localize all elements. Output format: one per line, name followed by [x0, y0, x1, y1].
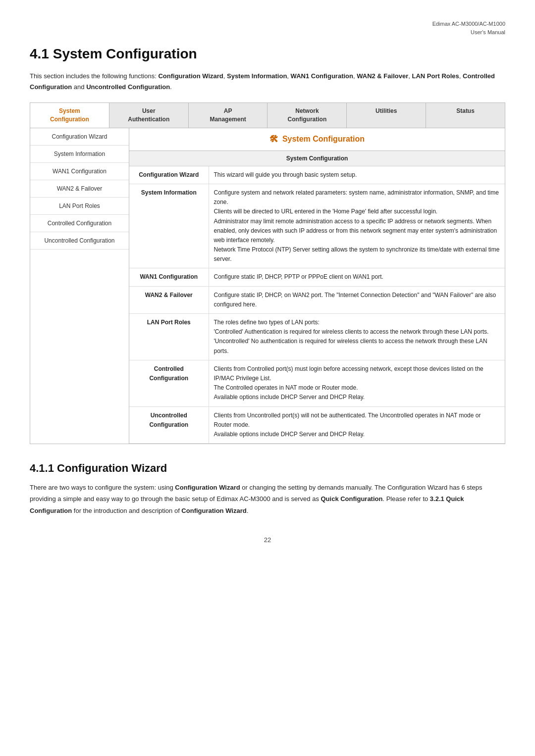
row-label-uncontrolled: UncontrolledConfiguration — [129, 406, 209, 444]
tab-ap-management[interactable]: APManagement — [189, 103, 268, 128]
row-label-config-wizard: Configuration Wizard — [129, 166, 209, 184]
intro-paragraph: This section includes the following func… — [30, 71, 505, 93]
section-411-title: 4.1.1 Configuration Wizard — [30, 462, 505, 475]
table-row: LAN Port Roles The roles define two type… — [129, 314, 505, 360]
sidebar-item-wan2-failover[interactable]: WAN2 & Failover — [30, 180, 129, 198]
system-config-icon: 🛠 — [269, 134, 278, 145]
brand-name: Edimax AC-M3000/AC-M1000 — [432, 21, 505, 27]
info-table: System Configuration Configuration Wizar… — [129, 151, 505, 444]
tab-user-authentication[interactable]: UserAuthentication — [109, 103, 189, 128]
manual-label: User's Manual — [471, 29, 505, 35]
page-title: 4.1 System Configuration — [30, 46, 505, 62]
row-label-wan1: WAN1 Configuration — [129, 268, 209, 286]
row-desc-controlled: Clients from Controlled port(s) must log… — [209, 360, 505, 406]
table-row: WAN1 Configuration Configure static IP, … — [129, 268, 505, 286]
document-header: Edimax AC-M3000/AC-M1000 User's Manual — [30, 20, 505, 36]
main-content-area: Configuration Wizard System Information … — [30, 128, 505, 444]
nav-tabs: SystemConfiguration UserAuthentication A… — [30, 102, 505, 128]
row-desc-config-wizard: This wizard will guide you through basic… — [209, 166, 505, 184]
sidebar-item-wan1-configuration[interactable]: WAN1 Configuration — [30, 163, 129, 180]
row-label-wan2: WAN2 & Failover — [129, 286, 209, 313]
sidebar-item-configuration-wizard[interactable]: Configuration Wizard — [30, 128, 129, 146]
sidebar-item-uncontrolled-configuration[interactable]: Uncontrolled Configuration — [30, 232, 129, 250]
section-411-text: There are two ways to configure the syst… — [30, 482, 505, 516]
table-row: Configuration Wizard This wizard will gu… — [129, 166, 505, 184]
page-number: 22 — [30, 536, 505, 544]
content-panel: 🛠 System Configuration System Configurat… — [129, 128, 505, 444]
tab-status[interactable]: Status — [426, 103, 505, 128]
panel-title: System Configuration — [282, 135, 365, 144]
row-desc-wan2: Configure static IP, DHCP, on WAN2 port.… — [209, 286, 505, 313]
tab-system-configuration[interactable]: SystemConfiguration — [30, 103, 109, 128]
panel-header: 🛠 System Configuration — [129, 128, 505, 151]
row-label-controlled: ControlledConfiguration — [129, 360, 209, 406]
row-desc-system-info: Configure system and network related par… — [209, 184, 505, 268]
table-row: ControlledConfiguration Clients from Con… — [129, 360, 505, 406]
row-desc-wan1: Configure static IP, DHCP, PPTP or PPPoE… — [209, 268, 505, 286]
row-label-lan-port-roles: LAN Port Roles — [129, 314, 209, 360]
row-desc-lan-port-roles: The roles define two types of LAN ports:… — [209, 314, 505, 360]
tab-utilities[interactable]: Utilities — [347, 103, 426, 128]
sidebar-item-controlled-configuration[interactable]: Controlled Configuration — [30, 215, 129, 232]
row-label-system-info: System Information — [129, 184, 209, 268]
sidebar-item-lan-port-roles[interactable]: LAN Port Roles — [30, 198, 129, 215]
sidebar-item-system-information[interactable]: System Information — [30, 146, 129, 163]
tab-network-configuration[interactable]: NetworkConfiguration — [268, 103, 347, 128]
sidebar: Configuration Wizard System Information … — [30, 128, 129, 444]
table-row: WAN2 & Failover Configure static IP, DHC… — [129, 286, 505, 313]
table-header: System Configuration — [129, 151, 505, 166]
row-desc-uncontrolled: Clients from Uncontrolled port(s) will n… — [209, 406, 505, 444]
table-row: System Information Configure system and … — [129, 184, 505, 268]
table-row: UncontrolledConfiguration Clients from U… — [129, 406, 505, 444]
